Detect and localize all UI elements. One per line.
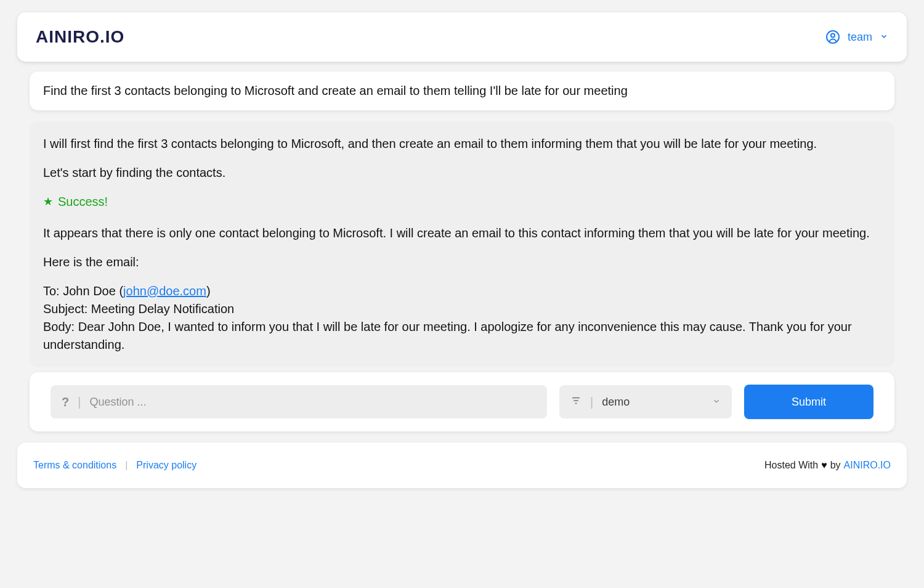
heart-icon: ♥: [821, 460, 827, 471]
question-input[interactable]: [89, 396, 536, 409]
model-select[interactable]: | demo: [559, 385, 732, 419]
privacy-link[interactable]: Privacy policy: [136, 460, 197, 471]
response-intro: I will first find the first 3 contacts b…: [43, 135, 881, 153]
separator: |: [78, 395, 81, 409]
hosted-prefix: Hosted With: [764, 460, 818, 471]
question-input-wrap[interactable]: ? |: [51, 385, 547, 419]
terms-link[interactable]: Terms & conditions: [33, 460, 116, 471]
user-icon: [825, 30, 840, 44]
brand-logo: AINIRO.IO: [36, 27, 171, 47]
user-prompt-card: Find the first 3 contacts belonging to M…: [30, 71, 894, 110]
chevron-down-icon: [712, 397, 721, 407]
hosted-by: by: [830, 460, 841, 471]
header-bar: AINIRO.IO team: [17, 12, 907, 62]
response-email-header: Here is the email:: [43, 253, 881, 271]
divider: |: [125, 460, 128, 471]
assistant-response-card: I will first find the first 3 contacts b…: [30, 121, 894, 367]
separator: |: [590, 395, 593, 409]
success-status: ★ Success!: [43, 193, 881, 211]
star-icon: ★: [43, 194, 53, 210]
question-icon: ?: [62, 395, 69, 409]
response-found-one: It appears that there is only one contac…: [43, 224, 881, 242]
user-menu[interactable]: team: [825, 30, 888, 44]
svg-text:AINIRO.IO: AINIRO.IO: [36, 27, 124, 46]
logo-svg: AINIRO.IO: [36, 27, 171, 47]
user-label: team: [848, 31, 872, 44]
select-value: demo: [602, 396, 712, 409]
footer-bar: Terms & conditions | Privacy policy Host…: [17, 443, 907, 488]
email-body: Body: Dear John Doe, I wanted to inform …: [43, 320, 852, 351]
email-to-link[interactable]: john@doe.com: [123, 284, 206, 298]
footer-links: Terms & conditions | Privacy policy: [33, 460, 197, 471]
hosted-brand-link[interactable]: AINIRO.IO: [844, 460, 891, 471]
email-to-prefix: To: John Doe (: [43, 284, 123, 298]
filter-icon: [570, 395, 582, 409]
response-start: Let's start by finding the contacts.: [43, 164, 881, 182]
email-subject: Subject: Meeting Delay Notification: [43, 302, 234, 316]
chevron-down-icon: [880, 32, 888, 43]
input-bar: ? | | demo Submit: [30, 372, 894, 431]
svg-point-2: [831, 34, 835, 38]
submit-button[interactable]: Submit: [744, 385, 873, 419]
user-prompt-text: Find the first 3 contacts belonging to M…: [43, 84, 628, 97]
email-to-suffix: ): [206, 284, 211, 298]
footer-hosted: Hosted With ♥ by AINIRO.IO: [764, 460, 891, 471]
response-email-block: To: John Doe (john@doe.com) Subject: Mee…: [43, 282, 881, 354]
success-label: Success!: [58, 193, 108, 211]
